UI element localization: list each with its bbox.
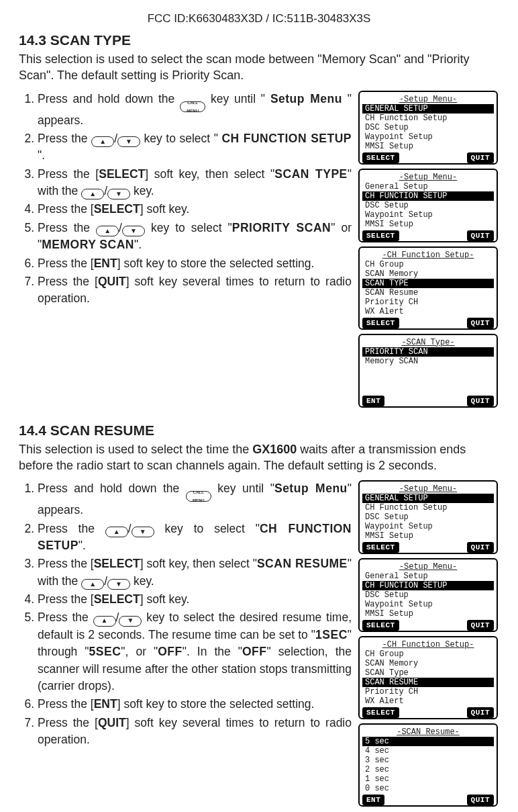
lcd-softkey-right: QUIT (467, 318, 494, 328)
menu-term: MEMORY SCAN (42, 238, 134, 251)
section-144-steps: Press and hold down the CALLMENU key unt… (19, 480, 352, 748)
lcd-softkey-right: QUIT (467, 152, 494, 163)
list-item: Press the ▲/▼ key to select "PRIORITY SC… (38, 220, 352, 254)
up-key-icon: ▲ (96, 226, 119, 236)
lcd-line: DSC Setup (362, 123, 494, 132)
menu-term: SCAN RESUME (257, 557, 348, 570)
list-item: Press the [ENT] soft key to store the se… (38, 696, 352, 713)
lcd-line: 2 sec (362, 765, 494, 774)
lcd-line: Memory SCAN (362, 357, 494, 366)
lcd-highlight: CH FUNCTION SETUP (362, 581, 494, 590)
down-key-icon: ▼ (132, 527, 154, 537)
lcd-screenshot: -Setup Menu- GENERAL SETUP CH Function S… (358, 480, 498, 554)
step-text: ] soft key to store the selected setting… (117, 697, 315, 711)
list-item: Press and hold down the CALLMENU key unt… (38, 480, 352, 518)
lcd-highlight: 5 sec (362, 737, 494, 746)
fcc-header: FCC ID:K6630483X3D / IC:511B-30483X3S (19, 12, 499, 26)
step-text: Press the (38, 611, 93, 624)
menu-term: SCAN TYPE (274, 167, 347, 181)
lcd-line: Priority CH (362, 298, 494, 307)
down-key-icon: ▼ (122, 226, 145, 236)
lcd-line: Waypoint Setup (362, 210, 494, 220)
lcd-screenshot: -CH Function Setup- CH Group SCAN Memory… (358, 636, 498, 719)
lcd-line: DSC Setup (362, 590, 494, 600)
lcd-softkey-right: QUIT (467, 542, 494, 553)
lcd-highlight: SCAN RESUME (362, 678, 494, 687)
step-text: key. (134, 574, 154, 588)
lcd-line: CH Group (362, 649, 494, 659)
lcd-line: 0 sec (362, 784, 494, 793)
lcd-line: SCAN Memory (362, 269, 494, 279)
lcd-title: -CH Function Setup- (362, 251, 494, 260)
lcd-softkey-right: QUIT (467, 707, 494, 718)
menu-term: CH FUNCTION SETUP (221, 132, 352, 145)
lcd-screenshot: -Setup Menu- GENERAL SETUP CH Function S… (358, 91, 498, 165)
lcd-title: -SCAN Type- (362, 338, 494, 347)
slash: / (128, 522, 132, 535)
list-item: Press the [SELECT] soft key. (38, 591, 352, 608)
up-key-icon: ▲ (81, 579, 104, 590)
step-text: ". (79, 539, 86, 552)
list-item: Press the [QUIT] soft key several times … (38, 273, 352, 308)
down-key-icon: ▼ (107, 579, 130, 590)
step-text: key until " (211, 92, 265, 105)
lcd-softkey-left: SELECT (362, 620, 399, 631)
lcd-highlight: GENERAL SETUP (362, 104, 494, 114)
down-key-icon: ▼ (117, 136, 140, 147)
step-text: Press and hold down the (38, 482, 186, 495)
lcd-line: SCAN Resume (362, 288, 494, 298)
step-text: Press the [ (38, 275, 98, 288)
step-text: ] soft key, then select " (140, 557, 257, 570)
list-item: Press the [ENT] soft key to store the se… (38, 255, 352, 272)
up-key-icon: ▲ (105, 527, 128, 537)
lcd-line: MMSI Setup (362, 142, 494, 151)
lcd-line: 1 sec (362, 774, 494, 784)
step-text: key. (134, 184, 154, 197)
section-144-intro: This selection is used to select the tim… (19, 441, 499, 474)
list-item: Press the [SELECT] soft key. (38, 201, 352, 218)
menu-term: PRIORITY SCAN (232, 221, 331, 234)
lcd-line: MMSI Setup (362, 609, 494, 619)
lcd-title: -Setup Menu- (362, 562, 494, 572)
lcd-highlight: CH FUNCTION SETUP (362, 191, 494, 201)
lcd-line: CH Function Setup (362, 503, 494, 512)
section-144-heading: 14.4 SCAN RESUME (19, 422, 499, 439)
list-item: Press the [SELECT] soft key, then select… (38, 166, 352, 200)
lcd-line: WX Alert (362, 307, 494, 316)
softkey-label: ENT (94, 697, 117, 711)
step-text: Press the (38, 221, 96, 234)
section-143-intro: This selection is used to select the sca… (19, 51, 499, 84)
model-name: GX1600 (252, 443, 297, 456)
list-item: Press the ▲/▼ key to select "CH FUNCTION… (38, 521, 352, 555)
lcd-title: -SCAN Resume- (362, 727, 494, 737)
menu-term: OFF (158, 645, 183, 658)
step-text: Press the [ (38, 716, 98, 729)
step-text: Press and hold down the (38, 92, 180, 105)
lcd-title: -Setup Menu- (362, 173, 494, 182)
up-key-icon: ▲ (81, 189, 104, 199)
lcd-line: DSC Setup (362, 512, 494, 522)
lcd-softkey-right: QUIT (467, 230, 494, 241)
lcd-line: Waypoint Setup (362, 132, 494, 142)
step-text: Press the (38, 132, 91, 145)
menu-term: 5SEC (89, 645, 121, 658)
lcd-title: -Setup Menu- (362, 484, 494, 494)
step-text: key until " (217, 482, 274, 495)
up-key-icon: ▲ (93, 616, 116, 627)
step-text: key to select " (151, 221, 232, 234)
lcd-line: 3 sec (362, 756, 494, 765)
menu-term: 1SEC (315, 628, 348, 641)
step-text: Press the (38, 522, 105, 535)
lcd-screenshot: -Setup Menu- General Setup CH FUNCTION S… (358, 169, 498, 242)
step-text: ] soft key. (140, 202, 190, 216)
lcd-screenshot: -SCAN Type- PRIORITY SCAN Memory SCAN EN… (358, 334, 498, 408)
lcd-line: SCAN Memory (362, 659, 494, 668)
step-text: key to select " (165, 522, 260, 535)
step-text: ". In the " (183, 645, 242, 658)
lcd-softkey-left: SELECT (362, 707, 399, 718)
lcd-softkey-right: QUIT (467, 795, 494, 805)
lcd-softkey-left: SELECT (362, 152, 399, 163)
lcd-softkey-left: ENT (362, 396, 384, 406)
step-text: key to select " (144, 132, 218, 145)
lcd-softkey-right: QUIT (467, 620, 494, 631)
